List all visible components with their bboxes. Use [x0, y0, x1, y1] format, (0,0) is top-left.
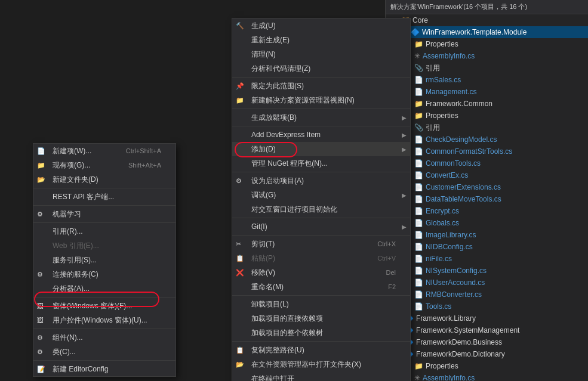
startup-icon: ⚙ — [236, 177, 242, 185]
devexpress-arrow: ▶ — [402, 132, 407, 138]
tree-item-convertex[interactable]: 📄 ConvertEx.cs — [386, 169, 588, 181]
menu-item-add[interactable]: 添加(D) ▶ — [232, 142, 410, 156]
sep-mid-8 — [232, 341, 410, 342]
remove-icon: ❌ — [236, 269, 244, 277]
new-item-icon: 📄 — [37, 147, 45, 155]
tree-item-imagelibrary[interactable]: 📄 ImageLibrary.cs — [386, 229, 588, 241]
tree-item-frameworkdemo-dictionary[interactable]: 🔷 FrameworkDemo.Dictionary — [386, 348, 588, 360]
tree-item-framework-library[interactable]: 🔷 Framework.Library — [386, 312, 588, 324]
tree-item-niuser[interactable]: 📄 NIUserAccound.cs — [386, 277, 588, 289]
connect-service-icon: ⚙ — [37, 271, 43, 278]
menu-item-paste: 📋 粘贴(P) Ctrl+V — [232, 251, 410, 265]
menu-item-open-terminal[interactable]: 在终端中打开 — [232, 371, 410, 381]
scope-icon: 📌 — [236, 82, 244, 90]
tree-item-module[interactable]: ▶ 🔷 WinFramework.Template.Module — [386, 26, 588, 38]
tree-item-encrypt[interactable]: 📄 Encrypt.cs — [386, 205, 588, 217]
tree-item-properties1[interactable]: 📁 Properties — [386, 38, 588, 50]
tree-item-framework-common[interactable]: 📁 Framework.Common — [386, 98, 588, 110]
new-folder-icon: 📂 — [37, 176, 45, 184]
menu-item-ml[interactable]: ⚙ 机器学习 — [33, 207, 176, 221]
git-arrow: ▶ — [402, 224, 407, 230]
tree-item-properties3[interactable]: 📁 Properties — [386, 360, 588, 372]
menu-item-copy-path[interactable]: 📋 复制完整路径(U) — [232, 343, 410, 357]
menu-item-clean[interactable]: 清理(N) — [232, 47, 410, 61]
editor-config-icon: 📝 — [37, 365, 45, 373]
menu-item-new-solution-view[interactable]: 📁 新建解决方案资源管理器视图(N) — [232, 93, 410, 107]
menu-item-connect-service[interactable]: ⚙ 连接的服务(C) — [33, 267, 176, 281]
menu-item-user-control[interactable]: 🖼 用户控件(Windows 窗体)(U)... — [33, 313, 176, 327]
tree-item-tools[interactable]: 📄 Tools.cs — [386, 301, 588, 312]
menu-item-rename[interactable]: 重命名(M) F2 — [232, 280, 410, 294]
tree-item-ref1[interactable]: 📎 引用 — [386, 62, 588, 74]
menu-item-class[interactable]: ⚙ 类(C)... — [33, 345, 176, 359]
menu-item-component[interactable]: ⚙ 组件(N)... — [33, 330, 176, 345]
component-icon: ⚙ — [37, 334, 43, 342]
separator-4 — [33, 297, 176, 298]
existing-item-icon: 📁 — [37, 162, 45, 169]
menu-item-reference[interactable]: 引用(R)... — [33, 224, 176, 238]
menu-item-remove[interactable]: ❌ 移除(V) Del — [232, 265, 410, 280]
menu-item-debug[interactable]: 调试(G) ▶ — [232, 188, 410, 202]
class-icon: ⚙ — [37, 348, 43, 356]
sep-mid-3 — [232, 126, 410, 126]
menu-item-nuget[interactable]: 管理 NuGet 程序包(N)... — [232, 156, 410, 171]
menu-item-build[interactable]: 🔨 生成(U) — [232, 18, 410, 33]
menu-item-new-item[interactable]: 📄 新建项(W)... Ctrl+Shift+A — [33, 144, 176, 158]
build-icon: 🔨 — [236, 22, 244, 30]
tree-item-datatable[interactable]: 📄 DataTableMoveTools.cs — [386, 193, 588, 205]
tree-item-ref2[interactable]: 📎 引用 — [386, 122, 588, 134]
menu-item-startup[interactable]: ⚙ 设为启动项目(A) — [232, 174, 410, 188]
menu-item-unload[interactable]: 卸载项目(L) — [232, 297, 410, 311]
tree-item-globals[interactable]: 📄 Globals.cs — [386, 217, 588, 229]
tree-item-nisystemconfig[interactable]: 📄 NISystemConfig.cs — [386, 265, 588, 277]
publish-arrow: ▶ — [402, 114, 407, 121]
tree-item-commonformat[interactable]: 📄 CommonFormatStrTools.cs — [386, 145, 588, 157]
menu-item-init[interactable]: 对交互窗口进行项目初始化 — [232, 202, 410, 216]
debug-arrow: ▶ — [402, 192, 407, 199]
sep-mid-1 — [232, 77, 410, 78]
sep-mid-5 — [232, 218, 410, 218]
add-submenu: 📄 新建项(W)... Ctrl+Shift+A 📁 现有项(G)... Shi… — [33, 143, 176, 377]
new-sol-view-icon: 📁 — [236, 97, 244, 104]
menu-item-rebuild[interactable]: 重新生成(E) — [232, 33, 410, 47]
tree-item-nidbconfig[interactable]: 📄 NIDBConfig.cs — [386, 241, 588, 253]
tree-item-commontools[interactable]: 📄 CommonTools.cs — [386, 157, 588, 169]
menu-item-load-all[interactable]: 加载项目的整个依赖树 — [232, 326, 410, 340]
tree-item-assemblyinfo2[interactable]: ✳ AssemblyInfo.cs — [386, 372, 588, 381]
menu-item-git[interactable]: Git(I) ▶ — [232, 219, 410, 234]
separator-1 — [33, 188, 176, 188]
tree-item-checkdesing[interactable]: 📄 CheckDesingModel.cs — [386, 134, 588, 145]
tree-item-rmsales[interactable]: 📄 rmSales.cs — [386, 74, 588, 86]
menu-item-editor-config[interactable]: 📝 新建 EditorConfig — [33, 362, 176, 376]
tree-item-core[interactable]: ▶ 📁 Core — [386, 14, 588, 26]
menu-item-load-direct[interactable]: 加载项目的直接依赖项 — [232, 311, 410, 326]
tree-item-frameworkdemo-business[interactable]: 🔷 FrameworkDemo.Business — [386, 336, 588, 348]
menu-item-analyze[interactable]: 分析和代码清理(Z) — [232, 61, 410, 76]
menu-item-publish[interactable]: 生成放鬆项(B) ▶ — [232, 110, 410, 125]
sep-mid-4 — [232, 172, 410, 172]
menu-item-rest-api[interactable]: REST API 客户端... — [33, 190, 176, 204]
sep-mid-7 — [232, 295, 410, 296]
cut-icon: ✂ — [236, 240, 241, 248]
menu-item-new-folder[interactable]: 📂 新建文件夹(D) — [33, 172, 176, 187]
menu-item-devexpress[interactable]: Add DevExpress Item ▶ — [232, 128, 410, 142]
menu-item-cut[interactable]: ✂ 剪切(T) Ctrl+X — [232, 237, 410, 251]
menu-item-existing-item[interactable]: 📁 现有项(G)... Shift+Alt+A — [33, 158, 176, 172]
tree-item-rmb[interactable]: 📄 RMBConverter.cs — [386, 289, 588, 301]
tree-item-nifile[interactable]: 📄 niFile.cs — [386, 253, 588, 265]
separator-2 — [33, 205, 176, 206]
separator-3 — [33, 222, 176, 223]
menu-item-scope[interactable]: 📌 限定为此范围(S) — [232, 79, 410, 93]
tree-item-assemblyinfo1[interactable]: ✳ AssemblyInfo.cs — [386, 50, 588, 62]
menu-item-analyzer[interactable]: 分析器(A)... — [33, 281, 176, 296]
sep-mid-6 — [232, 235, 410, 236]
menu-item-form[interactable]: 🖼 窗体(Windows 窗体)(F)... — [33, 299, 176, 313]
tree-item-management[interactable]: 📄 Management.cs — [386, 86, 588, 98]
menu-item-service-ref[interactable]: 服务引用(S)... — [33, 253, 176, 267]
menu-item-open-explorer[interactable]: 📂 在文件资源管理器中打开文件夹(X) — [232, 357, 410, 371]
tree-item-customer[interactable]: 📄 CustomerExtensions.cs — [386, 181, 588, 193]
separator-6 — [33, 360, 176, 361]
tree-item-properties2[interactable]: 📁 Properties — [386, 110, 588, 122]
tree-item-framework-sysmanagement[interactable]: 🔷 Framework.SystemManagement — [386, 324, 588, 336]
user-control-icon: 🖼 — [37, 317, 44, 324]
